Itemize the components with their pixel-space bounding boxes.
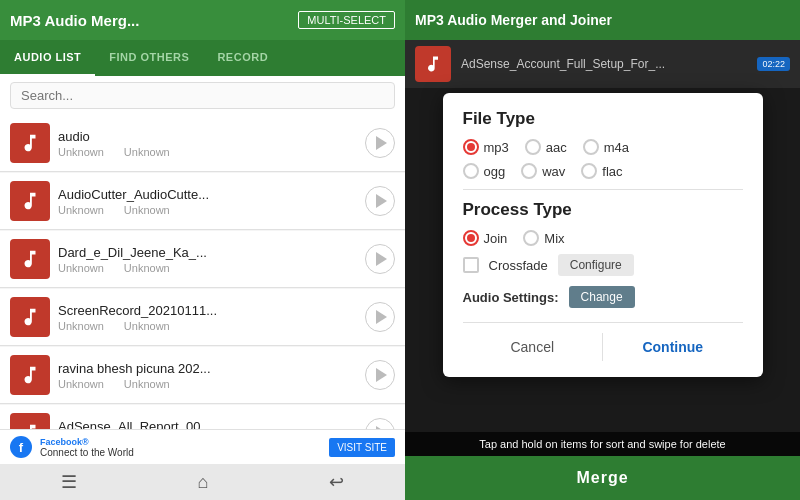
dialog-overlay: File Type mp3 aac m4a ogg [405, 50, 800, 420]
configure-button[interactable]: Configure [558, 254, 634, 276]
app-title-right: MP3 Audio Merger and Joiner [415, 12, 612, 28]
audio-list-item[interactable]: ScreenRecord_20210111... Unknown Unknown [0, 289, 405, 346]
left-nav-back-icon[interactable]: ↩ [329, 471, 344, 493]
radio-ogg [463, 163, 479, 179]
file-type-row2: ogg wav flac [463, 163, 743, 179]
option-mp3[interactable]: mp3 [463, 139, 509, 155]
audio-item-meta: Unknown Unknown [58, 262, 357, 274]
audio-item-meta2: Unknown [124, 378, 170, 390]
play-button[interactable] [365, 360, 395, 390]
play-button[interactable] [365, 418, 395, 429]
audio-item-meta1: Unknown [58, 378, 104, 390]
continue-button[interactable]: Continue [602, 333, 743, 361]
audio-item-icon [10, 413, 50, 429]
radio-flac [581, 163, 597, 179]
audio-item-name: Dard_e_Dil_Jeene_Ka_... [58, 245, 357, 260]
left-panel: MP3 Audio Merg... MULTI-SELECT AUDIO LIS… [0, 0, 405, 500]
option-wav[interactable]: wav [521, 163, 565, 179]
tab-record[interactable]: RECORD [203, 40, 282, 76]
audio-settings-row: Audio Settings: Change [463, 286, 743, 308]
audio-item-info: ravina bhesh picuna 202... Unknown Unkno… [50, 361, 365, 390]
audio-item-meta: Unknown Unknown [58, 204, 357, 216]
label-flac: flac [602, 164, 622, 179]
tab-find-others[interactable]: FIND OTHERS [95, 40, 203, 76]
audio-item-icon [10, 239, 50, 279]
audio-item-meta: Unknown Unknown [58, 146, 357, 158]
facebook-icon: f [10, 436, 32, 458]
audio-list-item[interactable]: AudioCutter_AudioCutte... Unknown Unknow… [0, 173, 405, 230]
audio-item-meta2: Unknown [124, 146, 170, 158]
crossfade-label: Crossfade [489, 258, 548, 273]
audio-item-meta2: Unknown [124, 204, 170, 216]
audio-item-meta2: Unknown [124, 262, 170, 274]
facebook-banner: f Facebook® Connect to the World VISIT S… [0, 429, 405, 464]
audio-item-name: AudioCutter_AudioCutte... [58, 187, 357, 202]
radio-join [463, 230, 479, 246]
fb-tagline: Connect to the World [40, 447, 134, 458]
audio-item-info: Dard_e_Dil_Jeene_Ka_... Unknown Unknown [50, 245, 365, 274]
option-m4a[interactable]: m4a [583, 139, 629, 155]
play-button[interactable] [365, 128, 395, 158]
file-type-title: File Type [463, 109, 743, 129]
option-mix[interactable]: Mix [523, 230, 564, 246]
label-mix: Mix [544, 231, 564, 246]
radio-m4a [583, 139, 599, 155]
merge-label: Merge [576, 469, 628, 487]
cancel-button[interactable]: Cancel [463, 333, 603, 361]
label-mp3: mp3 [484, 140, 509, 155]
audio-item-icon [10, 297, 50, 337]
audio-item-info: AudioCutter_AudioCutte... Unknown Unknow… [50, 187, 365, 216]
search-input[interactable] [10, 82, 395, 109]
audio-item-icon [10, 355, 50, 395]
audio-item-info: AdSense_All_Report_00_... Unknown Unknow… [50, 419, 365, 430]
label-m4a: m4a [604, 140, 629, 155]
audio-item-name: ravina bhesh picuna 202... [58, 361, 357, 376]
audio-settings-label: Audio Settings: [463, 290, 559, 305]
label-ogg: ogg [484, 164, 506, 179]
audio-item-meta1: Unknown [58, 320, 104, 332]
audio-list-item[interactable]: ravina bhesh picuna 202... Unknown Unkno… [0, 347, 405, 404]
change-button[interactable]: Change [569, 286, 635, 308]
left-nav-home-icon[interactable]: ⌂ [198, 472, 209, 493]
radio-aac [525, 139, 541, 155]
right-header: MP3 Audio Merger and Joiner [405, 0, 800, 40]
dialog-buttons: Cancel Continue [463, 322, 743, 361]
option-ogg[interactable]: ogg [463, 163, 506, 179]
audio-list-item[interactable]: AdSense_All_Report_00_... Unknown Unknow… [0, 405, 405, 429]
file-type-row1: mp3 aac m4a [463, 139, 743, 155]
search-bar [0, 76, 405, 115]
process-type-title: Process Type [463, 200, 743, 220]
label-aac: aac [546, 140, 567, 155]
play-button[interactable] [365, 302, 395, 332]
merge-bar[interactable]: Merge [405, 456, 800, 500]
crossfade-row: Crossfade Configure [463, 254, 743, 276]
audio-item-meta1: Unknown [58, 146, 104, 158]
radio-mp3 [463, 139, 479, 155]
audio-item-icon [10, 123, 50, 163]
tab-audio-list[interactable]: AUDIO LIST [0, 40, 95, 76]
left-nav-menu-icon[interactable]: ☰ [61, 471, 77, 493]
audio-item-info: audio Unknown Unknown [50, 129, 365, 158]
audio-item-info: ScreenRecord_20210111... Unknown Unknown [50, 303, 365, 332]
visit-site-button[interactable]: VISIT SITE [329, 438, 395, 457]
audio-item-icon [10, 181, 50, 221]
option-aac[interactable]: aac [525, 139, 567, 155]
left-nav: ☰ ⌂ ↩ [0, 464, 405, 500]
fb-left: f Facebook® Connect to the World [10, 436, 134, 458]
audio-list-item[interactable]: audio Unknown Unknown [0, 115, 405, 172]
option-join[interactable]: Join [463, 230, 508, 246]
crossfade-checkbox[interactable] [463, 257, 479, 273]
fb-brand: Facebook® [40, 437, 134, 447]
audio-item-meta1: Unknown [58, 262, 104, 274]
divider1 [463, 189, 743, 190]
audio-item-name: AdSense_All_Report_00_... [58, 419, 357, 430]
audio-item-name: ScreenRecord_20210111... [58, 303, 357, 318]
right-panel: MP3 Audio Merger and Joiner AdSense_Acco… [405, 0, 800, 500]
play-button[interactable] [365, 186, 395, 216]
audio-list-item[interactable]: Dard_e_Dil_Jeene_Ka_... Unknown Unknown [0, 231, 405, 288]
play-button[interactable] [365, 244, 395, 274]
radio-wav [521, 163, 537, 179]
audio-item-meta1: Unknown [58, 204, 104, 216]
option-flac[interactable]: flac [581, 163, 622, 179]
multi-select-button[interactable]: MULTI-SELECT [298, 11, 395, 29]
